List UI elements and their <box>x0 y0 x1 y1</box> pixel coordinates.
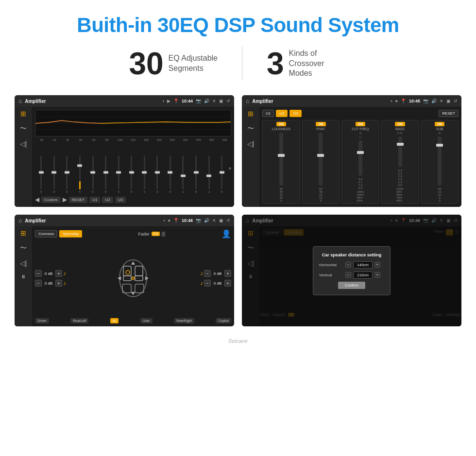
specialty-screen-content: ⊞ 〜 ◁| Ƀ Common Specialty Fader ON ||| 👤 <box>15 226 234 326</box>
horizontal-plus[interactable]: + <box>374 262 380 268</box>
sub-on-btn[interactable]: ON <box>435 122 445 126</box>
home-icon-2[interactable]: ⌂ <box>246 98 249 104</box>
home-icon-3[interactable]: ⌂ <box>18 217 22 224</box>
confirm-button[interactable]: Confirm <box>338 282 365 289</box>
bottom-left-plus[interactable]: + <box>55 280 62 287</box>
camera-icon-2: 📷 <box>423 99 428 103</box>
loudness-slider[interactable] <box>279 133 283 186</box>
sub-channel: ON SUB G 20151050 <box>421 120 459 204</box>
eq-icon-2[interactable]: ⊞ <box>248 110 254 118</box>
eq-slider-7[interactable]: 0 <box>125 143 138 193</box>
loudness-on-btn[interactable]: ON <box>276 122 287 126</box>
rearright-btn[interactable]: RearRight <box>174 318 194 323</box>
close-icon-2[interactable]: ✕ <box>440 99 443 103</box>
vertical-minus[interactable]: − <box>345 272 351 278</box>
eq-slider-5[interactable]: 0 <box>100 143 112 193</box>
bt-icon[interactable]: Ƀ <box>22 274 25 279</box>
u2-btn[interactable]: U2 <box>102 197 113 203</box>
common-tab[interactable]: Common <box>35 230 57 237</box>
freq-80: 80 <box>101 138 114 141</box>
loudness-values: 644832160 <box>279 187 283 202</box>
stat-eq: 30 EQ AdjustableSegments <box>104 48 242 79</box>
close-icon-3[interactable]: ✕ <box>212 218 216 223</box>
crossover-topbar: ⌂ Amplifier ▪ ● 📍 10:45 📷 🔊 ✕ ▣ ↺ <box>242 95 461 107</box>
eq-slider-13[interactable]: -1 <box>203 143 215 193</box>
rearleft-btn[interactable]: RearLeft <box>70 318 88 323</box>
prev-icon[interactable]: ◀ <box>35 196 39 203</box>
eq-slider-14[interactable]: 0 <box>216 143 228 193</box>
phat-slider[interactable] <box>319 133 323 186</box>
horizontal-minus[interactable]: − <box>345 262 351 268</box>
record-icon-2: ▪ <box>391 99 392 103</box>
top-left-minus[interactable]: − <box>35 270 42 277</box>
bottom-right-plus[interactable]: + <box>224 280 231 287</box>
location-icon: 📍 <box>173 99 179 103</box>
wave-icon[interactable]: 〜 <box>20 124 27 133</box>
eq-slider-11[interactable]: -1 <box>177 143 189 193</box>
phat-on-btn[interactable]: ON <box>316 122 326 126</box>
bass-on-btn[interactable]: ON <box>395 122 405 126</box>
eq-sidebar: ⊞ 〜 ◁| <box>15 107 32 207</box>
top-right-value: 0 dB <box>212 271 223 276</box>
reset-btn[interactable]: RESET <box>69 197 88 203</box>
freq-125: 125 <box>127 138 140 141</box>
sub-label: SUB <box>436 127 443 131</box>
record-icon-3: ▪ <box>163 218 165 223</box>
cutfreq-slider[interactable] <box>358 140 362 176</box>
eq-slider-0[interactable]: 0 <box>35 143 48 193</box>
sub-slider[interactable] <box>438 136 442 186</box>
top-left-plus[interactable]: + <box>55 270 62 277</box>
eq-icon-3[interactable]: ⊞ <box>20 229 26 237</box>
specialty-main: Common Specialty Fader ON ||| 👤 − 0 dB + <box>32 226 234 326</box>
vertical-plus[interactable]: + <box>374 272 380 278</box>
user-btn[interactable]: User <box>140 318 153 323</box>
eq-slider-1[interactable]: 0 <box>48 143 61 193</box>
u2-preset[interactable]: U2 <box>276 110 288 117</box>
specialty-screen: ⌂ Amplifier ▪ ● 📍 10:46 📷 🔊 ✕ ▣ ↺ ⊞ 〜 ◁|… <box>15 215 234 326</box>
loudness-channel: ON LOUDNESS 644832160 <box>262 120 300 204</box>
bass-slider[interactable] <box>398 136 402 167</box>
eq-slider-8[interactable]: 0 <box>138 143 151 193</box>
eq-slider-4[interactable]: 0 <box>86 143 99 193</box>
wave-icon-3[interactable]: 〜 <box>20 244 27 253</box>
all-btn[interactable]: All <box>110 318 119 323</box>
eq-slider-3[interactable]: 5 <box>74 143 86 193</box>
bottom-right-minus[interactable]: − <box>204 280 211 287</box>
back-icon-3[interactable]: ↺ <box>226 218 230 223</box>
specialty-tab[interactable]: Specialty <box>59 230 82 237</box>
expand-icon[interactable]: » <box>228 166 231 171</box>
copilot-btn[interactable]: Copilot <box>216 318 231 323</box>
u1-preset[interactable]: U1 <box>262 110 274 117</box>
speaker-sidebar-icon[interactable]: ◁| <box>20 140 27 148</box>
u3-preset-active[interactable]: U3 <box>289 110 301 117</box>
eq-icon[interactable]: ⊞ <box>20 110 26 118</box>
eq-screen-content: ⊞ 〜 ◁| <box>15 107 234 207</box>
u1-btn[interactable]: U1 <box>89 197 100 203</box>
crossover-sidebar: ⊞ 〜 ◁| <box>242 107 259 207</box>
top-right-plus[interactable]: + <box>224 270 231 277</box>
freq-25: 25 <box>35 138 48 141</box>
cutfreq-on-btn[interactable]: ON <box>356 122 366 126</box>
custom-btn[interactable]: Custom <box>41 197 61 203</box>
window-icon-2: ▣ <box>446 99 451 103</box>
eq-slider-6[interactable]: 0 <box>112 143 125 193</box>
freq-250: 250 <box>166 138 179 141</box>
eq-slider-10[interactable]: 0 <box>164 143 177 193</box>
back-icon[interactable]: ↺ <box>226 99 230 103</box>
back-icon-2[interactable]: ↺ <box>454 99 458 103</box>
home-icon[interactable]: ⌂ <box>18 98 22 104</box>
next-icon[interactable]: ▶ <box>63 196 67 203</box>
close-icon[interactable]: ✕ <box>212 99 216 103</box>
top-right-minus[interactable]: − <box>204 270 211 277</box>
eq-slider-9[interactable]: 0 <box>151 143 164 193</box>
eq-slider-2[interactable]: 0 <box>61 143 73 193</box>
speaker-sidebar-icon-3[interactable]: ◁| <box>20 259 27 267</box>
speaker-sidebar-icon-2[interactable]: ◁| <box>247 140 255 148</box>
u3-btn[interactable]: U3 <box>115 197 126 203</box>
camera-icon: 📷 <box>196 99 201 103</box>
reset-preset[interactable]: RESET <box>439 110 459 117</box>
wave-icon-2[interactable]: 〜 <box>247 124 254 133</box>
driver-btn[interactable]: Driver <box>35 318 49 323</box>
eq-slider-12[interactable]: 0 <box>190 143 203 193</box>
bottom-left-minus[interactable]: − <box>35 280 42 287</box>
